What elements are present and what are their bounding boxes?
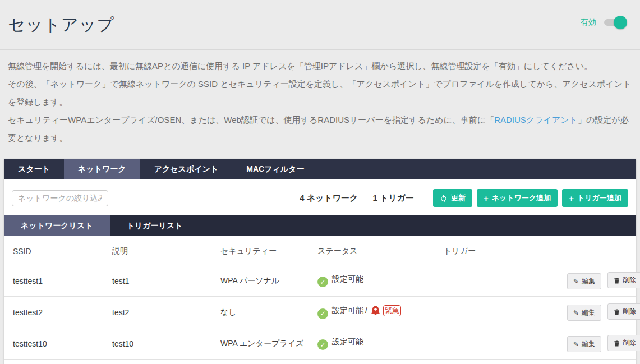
trigger-cell: [435, 328, 554, 360]
status-text: 設定可能: [332, 274, 363, 283]
refresh-icon: [440, 194, 448, 202]
edit-button[interactable]: ✎編集: [567, 305, 601, 321]
delete-button[interactable]: 削除: [607, 272, 640, 288]
trash-icon: [614, 277, 620, 284]
delete-label: 削除: [623, 338, 636, 348]
security-cell: WPA エンタープライズ: [211, 328, 309, 360]
column-header-trigger: トリガー: [435, 236, 554, 265]
tab-network[interactable]: ネットワーク: [64, 159, 140, 179]
status-cell: ✓設定可能: [309, 265, 435, 297]
list-tab-bar: ネットワークリスト トリガーリスト: [4, 215, 636, 236]
table-row: testtest2 test2 なし ✓設定可能/緊急 ✎編集 削除: [4, 297, 636, 328]
edit-button[interactable]: ✎編集: [567, 336, 601, 352]
main-tab-bar: スタート ネットワーク アクセスポイント MACフィルター: [4, 159, 636, 179]
table-row: trigger-network trigger-network なし ✓設定可能…: [4, 360, 636, 364]
toggle-knob-icon: [614, 16, 627, 29]
column-header-status: ステータス: [309, 236, 435, 265]
toolbar-right-group: 4 ネットワーク 1 トリガー 更新 + ネットワーク追加 + トリガー追加: [300, 189, 628, 207]
add-network-label: ネットワーク追加: [492, 193, 551, 203]
trigger-cell: Trigger_for_AWC-SDF: [435, 360, 554, 364]
add-trigger-button[interactable]: + トリガー追加: [562, 189, 628, 207]
add-network-button[interactable]: + ネットワーク追加: [477, 189, 558, 207]
delete-label: 削除: [623, 307, 636, 316]
table-header-row: SSID 説明 セキュリティー ステータス トリガー: [4, 236, 636, 265]
wireless-management-toggle-group: 有効: [581, 17, 625, 27]
security-cell: なし: [211, 360, 309, 364]
check-circle-icon: ✓: [317, 277, 328, 287]
actions-cell: ✎編集 削除: [554, 297, 636, 328]
status-separator: /: [365, 306, 367, 315]
network-count: 4 ネットワーク: [300, 193, 358, 204]
check-glyph: ✓: [320, 341, 325, 349]
trigger-cell: [435, 297, 554, 328]
tab-trigger-list[interactable]: トリガーリスト: [110, 215, 200, 236]
ssid-cell: testtest1: [4, 265, 103, 297]
network-filter-input[interactable]: [12, 190, 108, 206]
page-header: セットアップ 有効: [0, 0, 640, 50]
edit-label: 編集: [582, 339, 595, 349]
table-row: testtest1 test1 WPA パーソナル ✓設定可能 ✎編集 削除: [4, 265, 636, 297]
check-glyph: ✓: [320, 310, 325, 317]
description-line-3: セキュリティーWPAエンタープライズ/OSEN、または、Web認証では、使用する…: [8, 111, 632, 147]
radius-client-link[interactable]: RADIUSクライアント: [494, 115, 578, 125]
trigger-cell: [435, 265, 554, 297]
description-line-2: その後、「ネットワーク」で無線ネットワークの SSID とセキュリティー設定を定…: [8, 75, 632, 111]
trash-icon: [614, 340, 620, 347]
add-trigger-label: トリガー追加: [577, 193, 621, 203]
status-text: 設定可能: [332, 306, 363, 315]
status-cell: ✓設定可能: [309, 360, 435, 364]
emergency-badge: 緊急: [383, 305, 401, 316]
ssid-cell: testtest2: [4, 297, 103, 328]
column-header-actions: [554, 236, 636, 265]
status-text: 設定可能: [332, 337, 363, 346]
actions-cell: ✎編集 削除: [554, 328, 636, 360]
status-cell: ✓設定可能/緊急: [309, 297, 435, 328]
column-header-security: セキュリティー: [211, 236, 309, 265]
check-circle-icon: ✓: [317, 339, 328, 350]
network-table: SSID 説明 セキュリティー ステータス トリガー testtest1 tes…: [4, 236, 636, 364]
plus-icon: +: [484, 194, 489, 202]
status-cell: ✓設定可能: [309, 328, 435, 360]
description-cell: test2: [103, 297, 211, 328]
pencil-icon: ✎: [573, 309, 579, 317]
enabled-toggle[interactable]: [604, 19, 625, 26]
delete-button[interactable]: 削除: [607, 335, 640, 351]
table-row: testtest10 test10 WPA エンタープライズ ✓設定可能 ✎編集…: [4, 328, 636, 360]
refresh-label: 更新: [451, 193, 466, 203]
pencil-icon: ✎: [573, 278, 579, 285]
trigger-count: 1 トリガー: [372, 193, 414, 204]
actions-cell: ✎編集 削除: [554, 360, 636, 364]
page-title: セットアップ: [8, 13, 114, 36]
description-line-3-pre: セキュリティーWPAエンタープライズ/OSEN、または、Web認証では、使用する…: [8, 115, 494, 125]
actions-cell: ✎編集 削除: [554, 265, 636, 297]
setup-page: セットアップ 有効 無線管理を開始するには、最初に無線APとの通信に使用する I…: [0, 0, 640, 364]
security-cell: なし: [211, 297, 309, 328]
description-block: 無線管理を開始するには、最初に無線APとの通信に使用する IP アドレスを「管理…: [0, 50, 640, 153]
trash-icon: [614, 308, 620, 315]
ssid-cell: trigger-network: [4, 360, 103, 364]
main-panel: スタート ネットワーク アクセスポイント MACフィルター 4 ネットワーク 1…: [4, 159, 636, 364]
column-header-description: 説明: [103, 236, 211, 265]
description-cell: test10: [103, 328, 211, 360]
tab-mac-filter[interactable]: MACフィルター: [232, 159, 318, 179]
edit-label: 編集: [582, 308, 595, 317]
toolbar: 4 ネットワーク 1 トリガー 更新 + ネットワーク追加 + トリガー追加: [4, 179, 636, 215]
edit-label: 編集: [582, 277, 595, 286]
plus-icon: +: [569, 194, 574, 202]
tab-network-list[interactable]: ネットワークリスト: [4, 215, 110, 236]
description-cell: trigger-network: [103, 360, 211, 364]
description-line-1: 無線管理を開始するには、最初に無線APとの通信に使用する IP アドレスを「管理…: [8, 57, 632, 75]
column-header-ssid: SSID: [4, 236, 103, 265]
check-glyph: ✓: [320, 278, 325, 286]
toggle-label: 有効: [581, 17, 596, 27]
delete-button[interactable]: 削除: [607, 303, 640, 320]
delete-label: 削除: [623, 275, 636, 285]
description-cell: test1: [103, 265, 211, 297]
check-circle-icon: ✓: [317, 308, 328, 319]
tab-start[interactable]: スタート: [4, 159, 64, 179]
refresh-button[interactable]: 更新: [433, 189, 472, 207]
tab-access-point[interactable]: アクセスポイント: [140, 159, 233, 179]
edit-button[interactable]: ✎編集: [567, 273, 601, 289]
ssid-cell: testtest10: [4, 328, 103, 360]
pencil-icon: ✎: [573, 340, 579, 348]
